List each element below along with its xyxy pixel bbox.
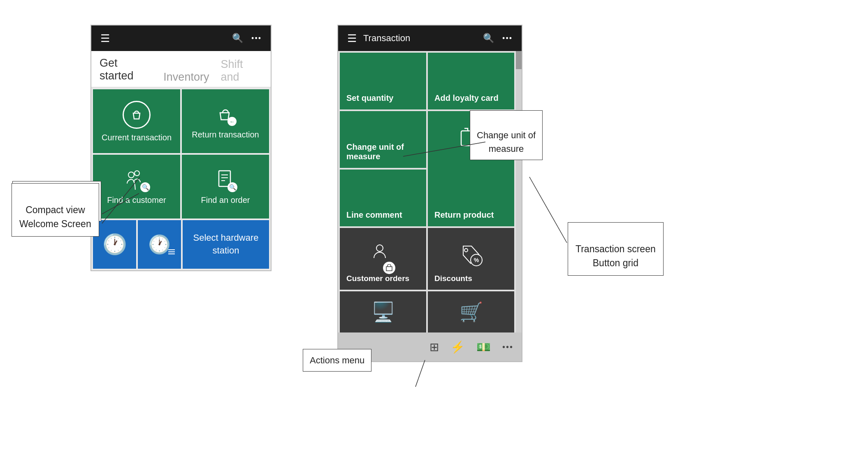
find-order-label: Find an order	[201, 195, 250, 205]
right-more-icon[interactable]: •••	[502, 34, 513, 43]
line-comment-button[interactable]: Line comment	[340, 170, 426, 226]
welcome-grid: Current transaction ← Return transaction	[91, 88, 271, 220]
more-bottom-icon[interactable]: •••	[502, 342, 513, 352]
left-phone-frame: ☰ 🔍 ••• Get started Inventory Shift and	[91, 25, 272, 271]
scrollbar-thumb[interactable]	[516, 51, 522, 69]
return-product-icon: ←	[458, 127, 484, 155]
more-icon[interactable]: •••	[251, 34, 262, 43]
right-phone-section: ☰ Transaction 🔍 ••• Set quantity Add loy	[337, 25, 531, 362]
set-quantity-button[interactable]: Set quantity	[340, 53, 426, 109]
register-icon: 🖥️	[371, 301, 395, 323]
clock-icon-1: 🕐	[102, 233, 127, 256]
right-title-text: Transaction	[363, 33, 410, 44]
clock-button-1[interactable]: 🕐	[93, 220, 136, 269]
right-bottom-bar: ⊞ ⚡ 💵 •••	[338, 332, 522, 361]
search-icon[interactable]: 🔍	[232, 33, 243, 44]
find-person-icon: 🔍	[125, 169, 148, 191]
customer-orders-icon	[371, 235, 395, 274]
set-quantity-label: Set quantity	[346, 93, 393, 103]
right-hamburger-icon[interactable]: ☰	[347, 32, 357, 45]
return-transaction-label: Return transaction	[192, 130, 259, 139]
find-doc-icon: 🔍	[216, 169, 235, 191]
current-transaction-button[interactable]: Current transaction	[93, 89, 180, 153]
customer-orders-button[interactable]: Customer orders	[340, 228, 426, 290]
svg-rect-7	[461, 131, 477, 146]
change-uom-button[interactable]: Change unit of measure	[340, 111, 426, 168]
register-button[interactable]: 🖥️	[340, 291, 426, 332]
return-transaction-button[interactable]: ← Return transaction	[182, 89, 269, 153]
line-comment-label: Line comment	[346, 210, 402, 220]
hardware-station-button[interactable]: Select hardware station	[183, 220, 269, 269]
left-titlebar: ☰ 🔍 •••	[91, 26, 271, 51]
find-customer-button[interactable]: 🔍 Find a customer	[93, 155, 180, 219]
cart-button[interactable]: 🛒	[428, 291, 514, 332]
discounts-button[interactable]: % Discounts	[428, 228, 514, 290]
svg-line-16	[415, 360, 425, 387]
tab-inventory[interactable]: Inventory	[163, 71, 209, 87]
discounts-icon: %	[459, 235, 483, 274]
svg-line-14	[529, 177, 567, 243]
return-product-button[interactable]: ← Return product	[428, 111, 514, 226]
clock-list-icon: 🕐	[148, 234, 171, 255]
svg-rect-9	[386, 267, 392, 271]
add-loyalty-label: Add loyalty card	[434, 93, 499, 103]
clock-button-2[interactable]: 🕐	[138, 220, 181, 269]
hamburger-icon[interactable]: ☰	[100, 32, 110, 45]
return-product-label: Return product	[434, 210, 494, 220]
left-phone-section: ☰ 🔍 ••• Get started Inventory Shift and	[91, 25, 276, 271]
hardware-station-label: Select hardware station	[188, 232, 264, 257]
right-phone-frame: ☰ Transaction 🔍 ••• Set quantity Add loy	[337, 25, 522, 362]
discounts-label: Discounts	[434, 274, 472, 283]
svg-point-1	[135, 171, 139, 176]
right-grid-area: Set quantity Add loyalty card Change uni…	[338, 51, 516, 332]
svg-point-0	[128, 172, 134, 178]
transaction-screen-box: Transaction screen Button grid	[568, 222, 664, 276]
find-order-button[interactable]: 🔍 Find an order	[182, 155, 269, 219]
lightning-icon[interactable]: ⚡	[450, 340, 465, 354]
tab-bar: Get started Inventory Shift and	[91, 51, 271, 88]
calculator-icon[interactable]: ⊞	[429, 340, 439, 354]
add-loyalty-button[interactable]: Add loyalty card	[428, 53, 514, 109]
compact-view-annotation: Compact view Welcome Screen	[12, 181, 101, 221]
change-uom-label: Change unit of measure	[346, 142, 404, 161]
svg-point-10	[464, 249, 468, 252]
customer-orders-label: Customer orders	[346, 274, 409, 283]
right-grid: Set quantity Add loyalty card Change uni…	[338, 51, 516, 332]
right-titlebar: ☰ Transaction 🔍 •••	[338, 26, 522, 51]
find-customer-label: Find a customer	[107, 195, 166, 205]
right-search-icon[interactable]: 🔍	[483, 33, 494, 44]
svg-text:%: %	[474, 257, 479, 263]
scrollbar-track[interactable]	[516, 51, 522, 332]
return-bag-icon: ←	[215, 104, 236, 126]
bottom-row: 🕐 🕐 Select hardware station	[91, 220, 271, 270]
cart-icon: 🛒	[460, 301, 483, 323]
svg-point-8	[376, 245, 383, 251]
tab-get-started[interactable]: Get started	[100, 57, 152, 87]
current-transaction-label: Current transaction	[102, 133, 172, 142]
bag-circle-icon	[123, 101, 151, 129]
tab-shift[interactable]: Shift and	[220, 58, 262, 87]
cash-icon[interactable]: 💵	[476, 340, 491, 354]
